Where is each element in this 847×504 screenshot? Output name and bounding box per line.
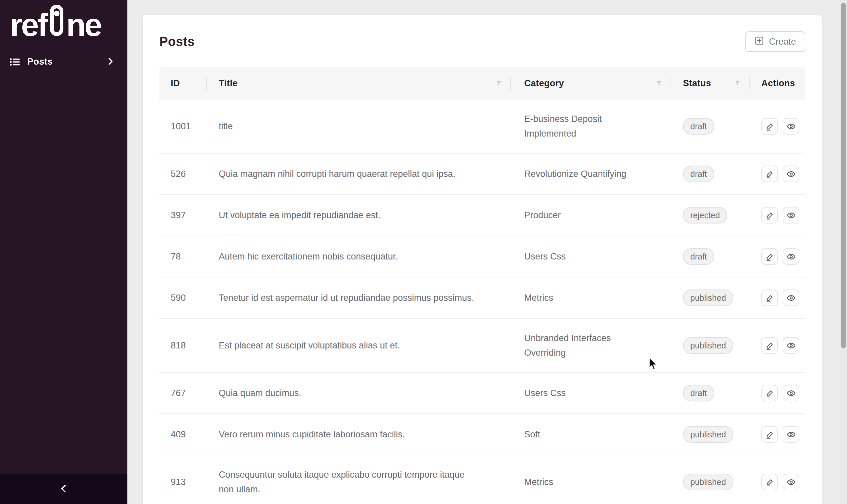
category-filter-button[interactable] bbox=[653, 78, 664, 89]
main-content: Posts Create ID Title bbox=[127, 0, 847, 504]
post-id: 409 bbox=[159, 414, 207, 455]
post-title: title bbox=[207, 100, 511, 153]
status-badge: draft bbox=[683, 385, 714, 401]
table-row: 1001 title E-business Deposit Implemente… bbox=[159, 100, 805, 153]
eye-icon bbox=[786, 122, 796, 131]
pencil-icon bbox=[765, 169, 774, 179]
post-category: Revolutionize Quantifying bbox=[511, 153, 671, 195]
chevron-right-icon bbox=[105, 56, 115, 68]
unordered-list-icon bbox=[9, 56, 21, 68]
status-badge: draft bbox=[683, 118, 714, 134]
show-button[interactable] bbox=[783, 165, 799, 182]
status-badge: draft bbox=[683, 165, 714, 182]
edit-button[interactable] bbox=[761, 248, 778, 265]
status-filter-button[interactable] bbox=[732, 78, 743, 89]
sidebar-item-posts[interactable]: Posts bbox=[0, 52, 127, 72]
eye-icon bbox=[786, 478, 796, 487]
post-id: 913 bbox=[159, 455, 207, 504]
logo-i-dot bbox=[54, 11, 59, 16]
post-category: Soft bbox=[511, 414, 671, 455]
eye-icon bbox=[786, 252, 796, 262]
plus-square-icon bbox=[754, 36, 764, 48]
page-title: Posts bbox=[159, 35, 195, 49]
post-category: Users Css bbox=[511, 373, 671, 414]
show-button[interactable] bbox=[783, 207, 799, 223]
post-category: E-business Deposit Implemented bbox=[511, 100, 671, 153]
funnel-icon bbox=[656, 80, 662, 87]
post-category: Metrics bbox=[511, 277, 671, 319]
post-category: Metrics bbox=[511, 455, 671, 504]
table-row: 526 Quia magnam nihil corrupti harum qua… bbox=[159, 153, 805, 195]
status-badge: published bbox=[683, 426, 733, 443]
post-title: Ut voluptate ea impedit repudiandae est. bbox=[207, 195, 511, 236]
post-id: 767 bbox=[159, 373, 207, 414]
column-header-status: Status bbox=[671, 67, 750, 100]
logo-text-right: ne bbox=[66, 7, 101, 43]
table-row: 590 Tenetur id est aspernatur id ut repu… bbox=[159, 277, 805, 319]
create-button[interactable]: Create bbox=[745, 31, 805, 52]
edit-button[interactable] bbox=[761, 289, 778, 306]
pencil-icon bbox=[765, 341, 774, 350]
edit-button[interactable] bbox=[761, 207, 778, 223]
post-id: 526 bbox=[159, 153, 207, 195]
pencil-icon bbox=[765, 293, 774, 303]
column-header-actions: Actions bbox=[750, 67, 805, 100]
edit-button[interactable] bbox=[761, 118, 778, 134]
eye-icon bbox=[786, 389, 796, 398]
table-row: 818 Est placeat at suscipit voluptatibus… bbox=[159, 319, 805, 373]
card-header: Posts Create bbox=[143, 15, 822, 52]
status-badge: published bbox=[683, 337, 733, 354]
status-badge: published bbox=[683, 289, 733, 306]
pencil-icon bbox=[765, 478, 774, 487]
post-title: Est placeat at suscipit voluptatibus ali… bbox=[207, 319, 511, 373]
pencil-icon bbox=[765, 389, 774, 398]
chevron-left-icon bbox=[58, 483, 69, 496]
sidebar: ref ne Posts bbox=[0, 0, 127, 504]
post-id: 1001 bbox=[159, 100, 207, 153]
show-button[interactable] bbox=[783, 248, 799, 265]
show-button[interactable] bbox=[783, 289, 799, 306]
show-button[interactable] bbox=[783, 474, 799, 490]
post-category: Unbranded Interfaces Overriding bbox=[511, 319, 671, 373]
funnel-icon bbox=[734, 80, 741, 87]
show-button[interactable] bbox=[783, 385, 799, 401]
table-row: 78 Autem hic exercitationem nobis conseq… bbox=[159, 236, 805, 277]
post-category: Producer bbox=[511, 195, 671, 236]
table-row: 409 Vero rerum minus cupiditate laborios… bbox=[159, 414, 805, 455]
post-id: 78 bbox=[159, 236, 207, 277]
eye-icon bbox=[786, 293, 796, 303]
post-title: Vero rerum minus cupiditate laboriosam f… bbox=[207, 414, 511, 455]
edit-button[interactable] bbox=[761, 165, 778, 182]
post-id: 590 bbox=[159, 277, 207, 319]
post-title: Quia magnam nihil corrupti harum quaerat… bbox=[207, 153, 511, 195]
show-button[interactable] bbox=[783, 426, 799, 443]
eye-icon bbox=[786, 211, 796, 220]
pencil-icon bbox=[765, 211, 774, 220]
title-filter-button[interactable] bbox=[493, 78, 504, 89]
status-badge: rejected bbox=[683, 207, 727, 223]
logo-i-mark bbox=[50, 5, 63, 36]
vertical-scrollbar[interactable] bbox=[840, 0, 847, 504]
post-title: Quia quam ducimus. bbox=[207, 373, 511, 414]
sidebar-collapse-button[interactable] bbox=[0, 474, 127, 504]
show-button[interactable] bbox=[783, 337, 799, 354]
pencil-icon bbox=[765, 122, 774, 131]
column-header-id: ID bbox=[159, 67, 207, 100]
edit-button[interactable] bbox=[761, 426, 778, 443]
scrollbar-thumb[interactable] bbox=[841, 3, 846, 348]
posts-list-card: Posts Create ID Title bbox=[143, 15, 822, 504]
status-badge: published bbox=[683, 474, 733, 490]
show-button[interactable] bbox=[783, 118, 799, 134]
table-row: 397 Ut voluptate ea impedit repudiandae … bbox=[159, 195, 805, 236]
edit-button[interactable] bbox=[761, 474, 778, 490]
post-category: Users Css bbox=[511, 236, 671, 277]
edit-button[interactable] bbox=[761, 337, 778, 354]
posts-table: ID Title Category bbox=[159, 67, 805, 504]
post-id: 818 bbox=[159, 319, 207, 373]
eye-icon bbox=[786, 341, 796, 350]
post-title: Tenetur id est aspernatur id ut repudian… bbox=[207, 277, 511, 319]
edit-button[interactable] bbox=[761, 385, 778, 401]
column-header-title: Title bbox=[207, 67, 511, 100]
eye-icon bbox=[786, 169, 796, 179]
logo-text-left: ref bbox=[10, 7, 47, 43]
